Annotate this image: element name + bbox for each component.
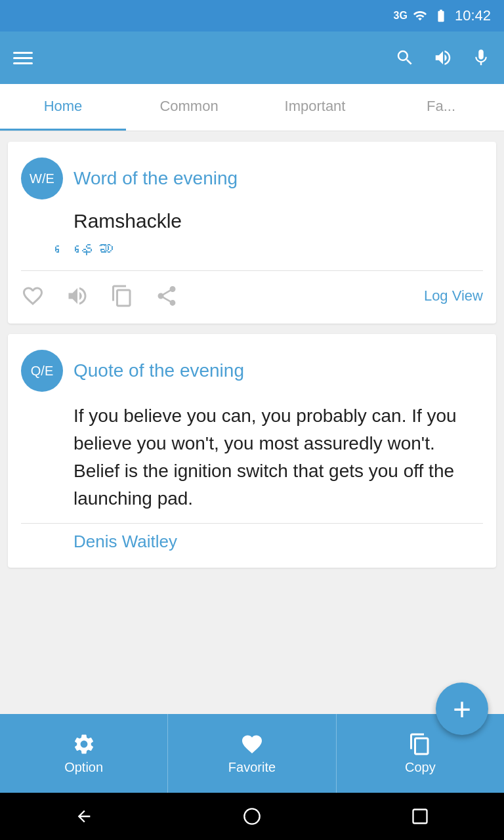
word-translation: နေဆော <box>21 238 483 260</box>
quote-card-header: Q/E Quote of the evening <box>21 350 483 392</box>
copy-button[interactable] <box>110 284 134 308</box>
quote-card: Q/E Quote of the evening If you believe … <box>8 334 496 568</box>
word-badge: W/E <box>21 158 63 200</box>
recent-button[interactable] <box>411 807 429 826</box>
quote-author: Denis Waitley <box>21 532 483 552</box>
main-content: W/E Word of the evening Ramshackle နေဆော… <box>0 131 504 714</box>
bottom-nav-favorite[interactable]: Favorite <box>168 714 336 793</box>
word-card-divider <box>21 270 483 271</box>
quote-text: If you believe you can, you probably can… <box>21 402 483 513</box>
copy-label: Copy <box>405 760 436 775</box>
gear-icon <box>72 732 96 756</box>
word-card-actions: Log View <box>21 279 483 308</box>
app-bar <box>0 32 504 84</box>
quote-badge: Q/E <box>21 350 63 392</box>
system-nav <box>0 793 504 840</box>
tab-common[interactable]: Common <box>126 84 252 131</box>
quote-card-title: Quote of the evening <box>74 360 244 381</box>
status-bar: 3G 10:42 <box>0 0 504 32</box>
search-button[interactable] <box>395 48 415 68</box>
time-display: 10:42 <box>455 7 491 24</box>
word-english: Ramshackle <box>21 210 483 232</box>
menu-button[interactable] <box>13 52 33 64</box>
word-card: W/E Word of the evening Ramshackle နေဆော… <box>8 142 496 324</box>
svg-point-0 <box>244 808 259 824</box>
word-card-title: Word of the evening <box>74 168 238 189</box>
network-indicator: 3G <box>394 10 408 22</box>
bottom-nav: Option Favorite Copy <box>0 714 504 793</box>
tab-home[interactable]: Home <box>0 84 126 131</box>
signal-icon <box>413 9 427 23</box>
bottom-nav-option[interactable]: Option <box>0 714 168 793</box>
copy-icon <box>408 732 432 756</box>
favorite-button[interactable] <box>21 284 45 308</box>
battery-icon <box>432 9 450 23</box>
share-button[interactable] <box>155 284 178 308</box>
status-icons: 3G 10:42 <box>394 7 491 24</box>
app-bar-actions <box>395 48 491 68</box>
word-card-header: W/E Word of the evening <box>21 158 483 200</box>
svg-rect-1 <box>413 810 427 824</box>
log-view-button[interactable]: Log View <box>424 287 483 304</box>
quote-divider <box>21 523 483 524</box>
favorite-label: Favorite <box>228 760 276 775</box>
back-button[interactable] <box>75 807 93 826</box>
audio-button[interactable] <box>66 284 89 308</box>
home-button[interactable] <box>243 807 261 826</box>
tab-bar: Home Common Important Fa... <box>0 84 504 131</box>
heart-icon <box>240 732 264 756</box>
tab-important[interactable]: Important <box>252 84 378 131</box>
volume-button[interactable] <box>433 48 453 68</box>
option-label: Option <box>64 760 103 775</box>
tab-favorite[interactable]: Fa... <box>378 84 504 131</box>
fab-button[interactable]: + <box>436 682 488 735</box>
mic-button[interactable] <box>471 48 491 68</box>
